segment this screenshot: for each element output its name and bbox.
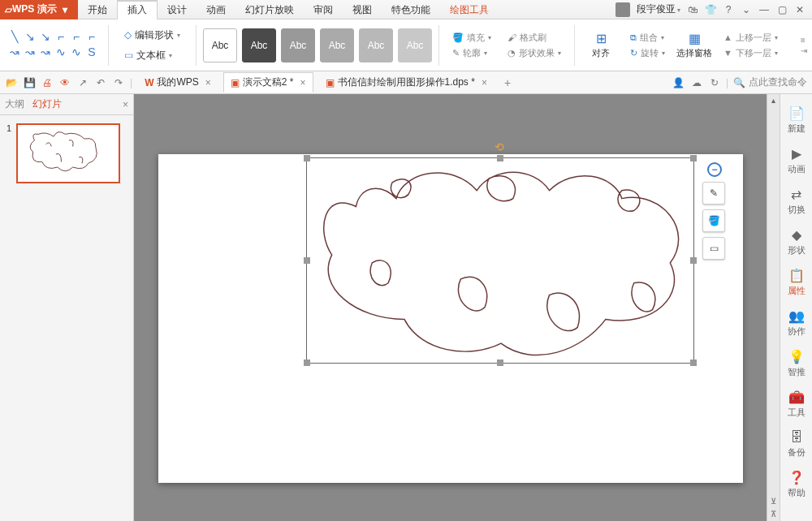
avatar[interactable] — [615, 2, 630, 17]
rb-help[interactable]: ❓帮助 — [782, 465, 811, 504]
ribbon-expand-icon[interactable]: ⇥ — [801, 46, 807, 55]
tab-slideshow[interactable]: 幻灯片放映 — [235, 0, 304, 19]
line-icon[interactable]: ╲ — [8, 31, 21, 44]
vertical-scrollbar[interactable]: ▴ ⊻ ⊼ — [767, 94, 780, 521]
style-6[interactable]: Abc — [398, 28, 432, 62]
shirt-icon[interactable]: 👕 — [705, 4, 716, 15]
tab-start[interactable]: 开始 — [78, 0, 117, 19]
up-layer-button[interactable]: ▲上移一层▾ — [720, 31, 781, 45]
command-search[interactable]: 🔍 点此查找命令 — [733, 75, 807, 89]
scroll-up-icon[interactable]: ▴ — [767, 94, 780, 107]
outline-button[interactable]: ✎轮廓▾ — [449, 46, 495, 60]
close-panel-icon[interactable]: × — [123, 99, 128, 110]
preview-icon[interactable]: 👁 — [58, 76, 71, 89]
cloud-icon[interactable]: ☁ — [690, 76, 703, 89]
rb-anim[interactable]: ▶动画 — [782, 141, 811, 180]
slide-1[interactable]: ⟲ − ✎ 🪣 ▭ — [158, 154, 743, 483]
help-icon[interactable]: ? — [723, 4, 734, 15]
down-layer-button[interactable]: ▼下移一层▾ — [720, 46, 781, 60]
tab-anim[interactable]: 动画 — [197, 0, 235, 19]
line-shapes-grid[interactable]: ╲↘↘⌐⌐⌐ ↝↝↝∿∿S — [8, 31, 98, 59]
outline-tool-icon[interactable]: ▭ — [702, 237, 725, 260]
curve2-icon[interactable]: ↝ — [24, 46, 37, 59]
rb-new[interactable]: 📄新建 — [782, 101, 811, 140]
maximize-icon[interactable]: ▢ — [776, 4, 788, 15]
tab-special[interactable]: 特色功能 — [382, 0, 440, 19]
align-button[interactable]: ⊞对齐 — [581, 24, 620, 67]
export-icon[interactable]: ↗ — [76, 76, 89, 89]
fill-button[interactable]: 🪣填充▾ — [449, 31, 495, 45]
tab-mywps[interactable]: W 我的WPS × — [137, 72, 218, 93]
canvas-viewport[interactable]: ⟲ − ✎ 🪣 ▭ — [134, 94, 767, 521]
textbox-button[interactable]: ▭文本框▾ — [119, 46, 186, 65]
style-1[interactable]: Abc — [203, 28, 237, 62]
minimize-icon[interactable]: — — [758, 4, 770, 15]
selected-shape[interactable]: ⟲ — [306, 157, 694, 364]
edit-tool-icon[interactable]: ✎ — [702, 182, 725, 205]
scurve2-icon[interactable]: ∿ — [70, 46, 83, 59]
user-icon[interactable]: 👤 — [672, 76, 685, 89]
scroll-track[interactable] — [769, 107, 778, 495]
group-button[interactable]: ⧉组合▾ — [627, 31, 668, 45]
slide-thumbnail-1[interactable] — [16, 123, 120, 183]
format-painter-button[interactable]: 🖌格式刷 — [504, 31, 564, 45]
tab-slides[interactable]: 幻灯片 — [32, 97, 62, 111]
new-tab-button[interactable]: + — [499, 76, 516, 89]
tab-view[interactable]: 视图 — [343, 0, 382, 19]
tab-doc2[interactable]: ▣ 书信信封绘制用图形操作1.dps * × — [318, 72, 495, 93]
style-3[interactable]: Abc — [281, 28, 315, 62]
fill-tool-icon[interactable]: 🪣 — [702, 209, 725, 232]
elbow2-icon[interactable]: ⌐ — [70, 31, 83, 44]
elbow-icon[interactable]: ⌐ — [54, 31, 67, 44]
app-logo[interactable]: ▱ WPS 演示 ▾ — [0, 0, 78, 19]
scurve-icon[interactable]: ∿ — [54, 46, 67, 59]
app-menu-dropdown[interactable]: ▾ — [60, 4, 70, 15]
style-4[interactable]: Abc — [320, 28, 354, 62]
rb-backup[interactable]: 🗄备份 — [782, 425, 811, 463]
collapse-toolbar-icon[interactable]: − — [707, 162, 722, 177]
prev-slide-icon[interactable]: ⊻ — [767, 495, 780, 508]
arrow-icon[interactable]: ↘ — [24, 31, 37, 44]
edit-shape-button[interactable]: ◇编辑形状▾ — [119, 26, 186, 45]
elbow3-icon[interactable]: ⌐ — [85, 31, 98, 44]
style-5[interactable]: Abc — [359, 28, 393, 62]
close-icon[interactable]: ✕ — [794, 4, 806, 15]
undo-icon[interactable]: ↶ — [94, 76, 107, 89]
rb-shape[interactable]: ◆形状 — [782, 222, 811, 261]
print-icon[interactable]: 🖨 — [41, 76, 54, 89]
tab-outline[interactable]: 大纲 — [5, 97, 24, 111]
tab-insert[interactable]: 插入 — [117, 0, 158, 19]
rb-trans[interactable]: ⇄切换 — [782, 182, 811, 221]
next-slide-icon[interactable]: ⊼ — [767, 508, 780, 521]
rb-collab[interactable]: 👥协作 — [782, 304, 811, 342]
user-name[interactable]: 段宇俊亚 — [637, 2, 680, 16]
arrow2-icon[interactable]: ↘ — [39, 31, 52, 44]
rb-smart[interactable]: 💡智推 — [782, 344, 811, 383]
close-icon[interactable]: × — [300, 77, 306, 88]
curve3-icon[interactable]: ↝ — [39, 46, 52, 59]
rotate-button[interactable]: ↻旋转▾ — [627, 46, 668, 60]
close-icon[interactable]: × — [482, 77, 487, 88]
select-pane-icon: ▦ — [687, 31, 702, 45]
sync-icon[interactable]: ↻ — [708, 76, 721, 89]
slide-number: 1 — [6, 123, 11, 183]
shape-effect-button[interactable]: ◔形状效果▾ — [504, 46, 564, 60]
ribbon-more-icon[interactable]: ≡ — [801, 36, 807, 45]
rb-attr[interactable]: 📋属性 — [782, 263, 811, 302]
select-pane-button[interactable]: ▦选择窗格 — [675, 24, 714, 67]
tab-drawtools[interactable]: 绘图工具 — [440, 0, 499, 19]
redo-icon[interactable]: ↷ — [112, 76, 125, 89]
save-icon[interactable]: 💾 — [23, 76, 36, 89]
cart-icon[interactable]: 🛍 — [687, 4, 698, 15]
rb-tools[interactable]: 🧰工具 — [782, 385, 811, 424]
open-icon[interactable]: 📂 — [5, 76, 18, 89]
rotate-handle-icon[interactable]: ⟲ — [495, 140, 506, 152]
style-2[interactable]: Abc — [242, 28, 276, 62]
tab-review[interactable]: 审阅 — [304, 0, 343, 19]
close-icon[interactable]: × — [205, 77, 211, 88]
tab-doc1[interactable]: ▣ 演示文稿2 * × — [223, 72, 313, 93]
tab-design[interactable]: 设计 — [158, 0, 197, 19]
curve4-icon[interactable]: S — [85, 46, 98, 59]
chevron-icon[interactable]: ⌄ — [741, 4, 752, 15]
curve-icon[interactable]: ↝ — [8, 46, 21, 59]
